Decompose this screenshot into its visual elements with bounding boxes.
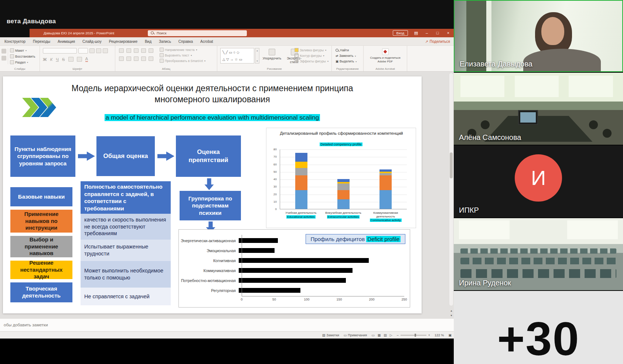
increase-indent-icon[interactable] bbox=[141, 48, 146, 53]
fit-slide-icon[interactable]: ▣ bbox=[448, 333, 452, 337]
minimize-icon[interactable]: – bbox=[424, 29, 429, 37]
text-shadow-icon[interactable] bbox=[68, 57, 74, 62]
maximize-icon[interactable]: □ bbox=[435, 29, 440, 37]
zoom-slider-thumb[interactable] bbox=[415, 334, 416, 337]
ribbon-tab-3[interactable]: Слайд-шоу bbox=[79, 37, 105, 46]
shapes-gallery-scroll[interactable]: ▲ ▼ bbox=[255, 48, 259, 63]
select-button[interactable]: ▣Выделить bbox=[336, 59, 357, 63]
criterion-row[interactable]: Испытывает выраженные трудности bbox=[81, 240, 171, 261]
close-icon[interactable]: × bbox=[446, 29, 451, 37]
bullets-icon[interactable] bbox=[119, 48, 124, 53]
slide[interactable]: Модель иерархической оценки деятельности… bbox=[3, 76, 422, 313]
scrollbar-thumb[interactable] bbox=[450, 152, 453, 178]
vertical-scrollbar[interactable] bbox=[449, 73, 453, 306]
zoom-in-button[interactable]: + bbox=[428, 333, 430, 337]
more-participants-tile[interactable]: +30 bbox=[454, 291, 623, 364]
font-name-field[interactable] bbox=[43, 48, 77, 54]
search-input[interactable]: Поиск bbox=[148, 30, 247, 36]
shape-fill-button[interactable]: Заливка фигуры bbox=[295, 48, 328, 52]
participant-tile[interactable]: И ИПКР bbox=[454, 145, 623, 217]
slide-title[interactable]: Модель иерархической оценки деятельности… bbox=[47, 83, 377, 105]
find-button[interactable]: Найти bbox=[336, 48, 357, 52]
bold-button[interactable]: Ж bbox=[43, 57, 47, 62]
reading-view-icon[interactable]: ▤ bbox=[384, 333, 387, 337]
criterion-row[interactable]: Не справляется с задачей bbox=[81, 288, 171, 305]
flow-box-grouping[interactable]: Группировка по подсистемам психики bbox=[180, 191, 241, 220]
notes-pane[interactable]: обы добавить заметки bbox=[0, 318, 454, 331]
decrease-indent-icon[interactable] bbox=[134, 48, 139, 53]
section-button[interactable]: Раздел bbox=[10, 60, 35, 64]
flow-box-overall-score[interactable]: Общая оценка bbox=[96, 136, 155, 176]
justify-icon[interactable] bbox=[141, 56, 146, 61]
participant-tile[interactable]: Ирина Руденок bbox=[454, 218, 623, 290]
ribbon-tab-6[interactable]: Запись bbox=[155, 37, 175, 46]
change-case-icon[interactable] bbox=[103, 48, 108, 53]
create-pdf-button[interactable]: Создать и поделиться Adobe PDF bbox=[364, 48, 407, 63]
participant-tile-active[interactable]: Елизавета Давыдова bbox=[454, 0, 623, 72]
align-left-icon[interactable] bbox=[119, 56, 124, 61]
next-slide-icon[interactable]: ▼ bbox=[450, 314, 453, 317]
numbering-icon[interactable] bbox=[126, 48, 131, 53]
criterion-row[interactable]: качество и скорость выполнения не всегда… bbox=[81, 214, 171, 240]
level-box[interactable]: Творческая деятельность bbox=[10, 282, 72, 302]
comments-toggle[interactable]: ▭Примечания bbox=[344, 333, 367, 337]
level-box[interactable]: Выбор и применение навыков bbox=[10, 236, 72, 257]
normal-view-icon[interactable]: ▭ bbox=[371, 333, 375, 337]
ribbon-tab-5[interactable]: Вид bbox=[141, 37, 155, 46]
font-color-button[interactable]: А bbox=[85, 56, 88, 62]
flow-box-obstacle-score[interactable]: Оценка препятствий bbox=[176, 135, 241, 177]
share-button[interactable]: ↗ Поделиться bbox=[425, 37, 450, 46]
slide-subtitle[interactable]: a model of hierarchical performance eval… bbox=[3, 114, 422, 121]
level-box[interactable]: Применение навыков по инструкции bbox=[10, 210, 72, 233]
level-box[interactable]: Решение нестандартных задач bbox=[10, 261, 72, 279]
previous-slide-icon[interactable]: ▲ bbox=[450, 309, 453, 312]
align-center-icon[interactable] bbox=[126, 56, 131, 61]
slideshow-icon[interactable]: ▷ bbox=[390, 333, 392, 337]
gallery-up-icon[interactable]: ▲ bbox=[256, 49, 258, 52]
criterion-row[interactable]: Может выполнить необходимое только с пом… bbox=[81, 261, 171, 288]
ribbon-tab-2[interactable]: Анимация bbox=[54, 37, 79, 46]
reset-slide-button[interactable]: Восстановить bbox=[10, 54, 35, 58]
levels-stack[interactable]: Базовые навыкиПрименение навыков по инст… bbox=[10, 187, 72, 302]
competency-chart[interactable]: Детализированный профиль сформированност… bbox=[266, 128, 416, 228]
zoom-out-button[interactable]: – bbox=[397, 333, 399, 337]
criteria-stack[interactable]: Полностью самостоятельно справляется с з… bbox=[81, 181, 171, 305]
align-text-button[interactable]: Выровнять текст bbox=[160, 53, 205, 57]
columns-icon[interactable] bbox=[149, 56, 153, 61]
sign-in-button[interactable]: Вход bbox=[393, 30, 408, 36]
participant-tile[interactable]: Алёна Самсонова bbox=[454, 73, 623, 145]
line-spacing-icon[interactable] bbox=[149, 48, 153, 53]
shapes-gallery[interactable]: ╲╱▭○◇ △▽→☆▭ bbox=[220, 48, 254, 63]
ribbon-tab-1[interactable]: Переходы bbox=[29, 37, 54, 46]
deficit-chart[interactable]: Профиль дефицитов Deficit profile Энерге… bbox=[178, 229, 410, 308]
ribbon-tab-7[interactable]: Справка bbox=[175, 37, 197, 46]
flow-box-observation-points[interactable]: Пункты наблюдения сгруппированы по уровн… bbox=[10, 135, 75, 177]
zoom-slider[interactable] bbox=[401, 335, 426, 336]
ribbon-tab-0[interactable]: Конструктор bbox=[1, 37, 29, 46]
grow-font-icon[interactable] bbox=[89, 48, 95, 53]
replace-button[interactable]: ⇄Заменить bbox=[336, 54, 357, 58]
align-right-icon[interactable] bbox=[134, 56, 139, 61]
gallery-down-icon[interactable]: ▼ bbox=[256, 60, 258, 62]
character-spacing-icon[interactable] bbox=[77, 57, 82, 62]
slide-sorter-icon[interactable]: ▦ bbox=[378, 333, 381, 337]
arrange-button[interactable]: Упорядочить bbox=[262, 49, 282, 60]
level-box[interactable]: Базовые навыки bbox=[10, 187, 72, 206]
font-size-field[interactable] bbox=[78, 48, 88, 54]
italic-button[interactable]: К bbox=[50, 57, 52, 62]
ribbon-tab-8[interactable]: Acrobat bbox=[197, 37, 217, 46]
text-direction-button[interactable]: Направление текста bbox=[160, 48, 205, 52]
ribbon-tab-4[interactable]: Рецензирование bbox=[105, 37, 141, 46]
strikethrough-button[interactable]: S bbox=[62, 57, 65, 62]
zoom-level[interactable]: 122 % bbox=[435, 333, 444, 337]
y-tick-label: 0 bbox=[268, 208, 277, 211]
underline-button[interactable]: Ч bbox=[56, 57, 59, 62]
notes-toggle[interactable]: ▤Заметки bbox=[322, 333, 339, 337]
shape-outline-button[interactable]: Контур фигуры bbox=[295, 54, 328, 58]
layout-button[interactable]: Макет bbox=[10, 48, 35, 52]
shrink-font-icon[interactable] bbox=[96, 48, 101, 53]
shape-effects-button[interactable]: Эффекты фигуры bbox=[295, 59, 328, 63]
criterion-row[interactable]: Полностью самостоятельно справляется с з… bbox=[81, 181, 171, 214]
ribbon-options-icon[interactable]: ▤ bbox=[413, 29, 419, 37]
convert-smartart-button[interactable]: Преобразовать в SmartArt bbox=[160, 59, 205, 63]
